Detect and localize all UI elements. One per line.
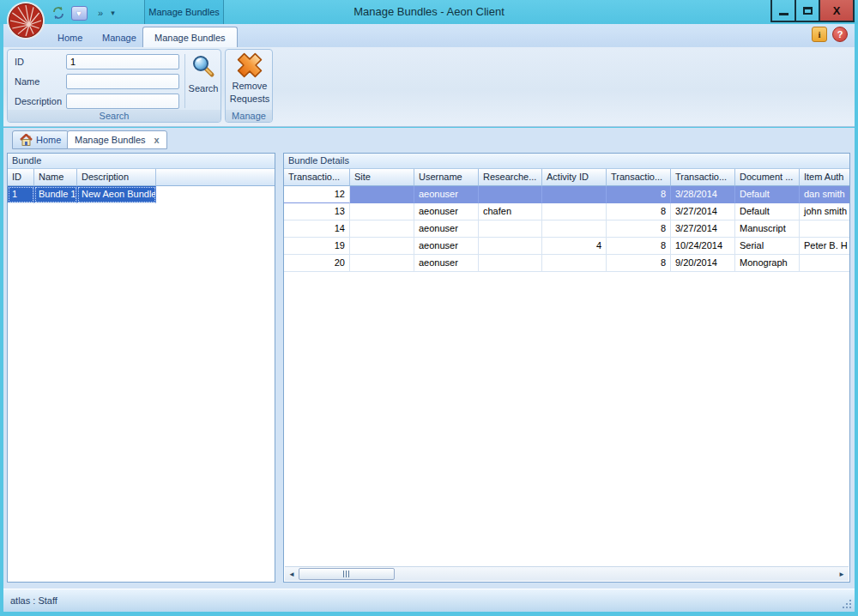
search-button-label: Search [189,83,219,94]
cell-researcher[interactable] [479,220,542,238]
cell-researcher[interactable] [479,238,542,255]
cell-username[interactable]: aeonuser [414,186,479,203]
help-icon[interactable]: ? [832,27,848,42]
cell-transaction-date[interactable]: 3/27/2014 [671,220,735,238]
scrollbar-thumb[interactable] [299,568,395,580]
cell-document-type[interactable]: Default [735,186,800,203]
cell-transaction[interactable]: 12 [284,186,350,203]
col-site[interactable]: Site [350,169,414,186]
doc-tab-home[interactable]: Home [12,130,69,149]
cell-researcher[interactable] [479,186,542,203]
cell-transaction-status[interactable]: 8 [607,220,671,238]
bundle-col-name[interactable]: Name [34,169,77,186]
details-row[interactable]: 12 aeonuser 8 3/28/2014 Default dan smit… [284,186,849,203]
bundle-col-id[interactable]: ID [8,169,34,186]
col-transaction-date[interactable]: Transactio... [671,169,735,186]
cell-username[interactable]: aeonuser [414,255,479,272]
col-researcher[interactable]: Researche... [479,169,542,186]
remove-requests-button[interactable]: Remove Requests [228,51,271,110]
cell-researcher[interactable]: chafen [479,203,542,220]
close-button[interactable]: X [819,0,855,22]
close-icon: X [833,4,841,17]
sync-icon[interactable] [50,4,67,21]
search-button[interactable]: Search [186,51,221,110]
details-row[interactable]: 19 aeonuser 4 8 10/24/2014 Serial Peter … [284,238,849,255]
ribbon-group-manage: Remove Requests Manage [225,49,273,123]
remove-requests-label-2: Requests [230,94,269,105]
tab-close-icon[interactable]: x [154,135,160,145]
col-transaction-status[interactable]: Transactio... [607,169,671,186]
cell-transaction-status[interactable]: 8 [607,186,671,203]
cell-item-author[interactable]: john smith [800,203,850,220]
id-field[interactable] [66,54,179,69]
cell-activity-id[interactable] [542,186,607,203]
cell-transaction[interactable]: 19 [284,238,350,255]
maximize-button[interactable] [795,0,820,22]
col-document-type[interactable]: Document ... [735,169,800,186]
cell-item-author[interactable]: Peter B. H [800,238,850,255]
cell-transaction-date[interactable]: 10/24/2014 [671,238,735,255]
cell-site[interactable] [350,186,414,203]
favorites-icon[interactable]: ♥ [70,4,88,21]
about-icon[interactable]: i [812,27,827,42]
bundle-col-description[interactable]: Description [77,169,156,186]
cell-transaction[interactable]: 20 [284,255,350,272]
scroll-left-icon[interactable]: ◄ [285,567,299,581]
cell-researcher[interactable] [479,255,542,272]
cell-transaction-date[interactable]: 3/27/2014 [671,203,735,220]
cell-username[interactable]: aeonuser [414,238,479,255]
col-username[interactable]: Username [414,169,479,186]
aeon-logo-icon[interactable] [6,1,45,40]
cell-activity-id[interactable] [542,255,607,272]
minimize-button[interactable] [770,0,796,22]
cell-site[interactable] [350,220,414,238]
cell-transaction[interactable]: 13 [284,203,350,220]
cell-transaction-status[interactable]: 8 [607,255,671,272]
details-row[interactable]: 13 aeonuser chafen 8 3/27/2014 Default j… [284,203,849,220]
details-row[interactable]: 20 aeonuser 8 9/20/2014 Monograph [284,255,849,272]
cell-username[interactable]: aeonuser [414,220,479,238]
manage-group-caption: Manage [226,110,272,122]
cell-transaction[interactable]: 14 [284,220,350,238]
cell-site[interactable] [350,255,414,272]
cell-activity-id[interactable] [542,220,607,238]
cell-site[interactable] [350,238,414,255]
cell-document-type[interactable]: Monograph [735,255,800,272]
description-field[interactable] [66,94,179,109]
name-field[interactable] [66,74,179,89]
cell-transaction-status[interactable]: 8 [607,203,671,220]
horizontal-scrollbar[interactable]: ◄ ► [285,566,849,581]
cell-item-author[interactable] [800,220,850,238]
cell-username[interactable]: aeonuser [414,203,479,220]
cell-bundle-name[interactable]: Bundle 1 [34,186,77,203]
cell-document-type[interactable]: Default [735,203,800,220]
details-row[interactable]: 14 aeonuser 8 3/27/2014 Manuscript [284,220,849,238]
resize-grip-icon[interactable] [842,599,852,609]
overflow-chevron-icon[interactable]: » [98,8,104,18]
bundle-row[interactable]: 1 Bundle 1 New Aeon Bundle [8,186,275,203]
cell-item-author[interactable] [800,255,850,272]
cell-site[interactable] [350,203,414,220]
cell-bundle-id[interactable]: 1 [8,186,34,203]
cell-document-type[interactable]: Manuscript [735,220,800,238]
titlebar[interactable]: ♥ » ▾ Manage Bundles Manage Bundles - Ae… [0,0,858,24]
cell-transaction-date[interactable]: 9/20/2014 [671,255,735,272]
cell-activity-id[interactable] [542,203,607,220]
ribbon-tab-manage-bundles[interactable]: Manage Bundles [142,27,238,47]
col-transaction-number[interactable]: Transactio... [284,169,350,186]
cell-item-author[interactable]: dan smith [800,186,850,203]
cell-transaction-date[interactable]: 3/28/2014 [671,186,735,203]
cell-transaction-status[interactable]: 8 [607,238,671,255]
qat-dropdown-arrow-icon[interactable]: ▾ [111,9,115,17]
col-activity-id[interactable]: Activity ID [542,169,607,186]
doc-tab-manage-bundles[interactable]: Manage Bundles x [67,130,167,149]
cell-activity-id[interactable]: 4 [542,238,607,255]
ribbon-tab-home[interactable]: Home [46,28,94,47]
scroll-right-icon[interactable]: ► [835,567,849,581]
maximize-icon [803,7,813,15]
cell-bundle-description[interactable]: New Aeon Bundle [77,186,156,203]
ribbon-tab-manage[interactable]: Manage [91,28,148,47]
col-item-author[interactable]: Item Auth [800,169,850,186]
cell-document-type[interactable]: Serial [735,238,800,255]
scrollbar-track[interactable] [299,567,835,581]
